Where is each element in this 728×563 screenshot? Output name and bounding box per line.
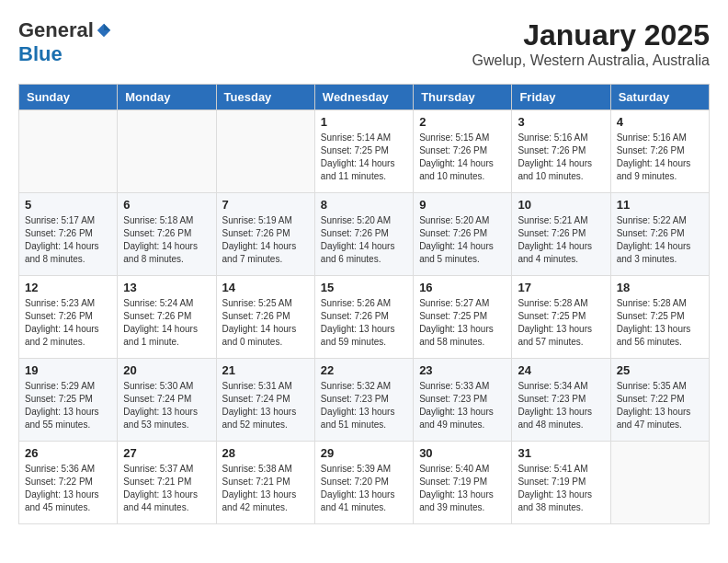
calendar-cell: 28Sunrise: 5:38 AMSunset: 7:21 PMDayligh… [216,442,314,524]
calendar-cell: 9Sunrise: 5:20 AMSunset: 7:26 PMDaylight… [414,193,512,276]
day-info: Sunrise: 5:15 AMSunset: 7:26 PMDaylight:… [419,132,506,183]
calendar-cell: 31Sunrise: 5:41 AMSunset: 7:19 PMDayligh… [512,442,610,524]
calendar-cell: 27Sunrise: 5:37 AMSunset: 7:21 PMDayligh… [118,442,216,524]
page-header: General Blue January 2025 Gwelup, Wester… [18,18,710,69]
day-info: Sunrise: 5:16 AMSunset: 7:26 PMDaylight:… [617,132,703,183]
calendar-cell: 23Sunrise: 5:33 AMSunset: 7:23 PMDayligh… [414,359,512,442]
calendar-cell: 19Sunrise: 5:29 AMSunset: 7:25 PMDayligh… [19,359,118,442]
day-number: 29 [321,446,407,460]
day-number: 2 [419,115,506,129]
day-info: Sunrise: 5:14 AMSunset: 7:25 PMDaylight:… [321,132,407,183]
calendar-cell: 13Sunrise: 5:24 AMSunset: 7:26 PMDayligh… [118,276,216,359]
page-title: January 2025 [472,18,711,52]
day-number: 26 [25,446,111,460]
day-info: Sunrise: 5:20 AMSunset: 7:26 PMDaylight:… [419,214,506,266]
day-info: Sunrise: 5:37 AMSunset: 7:21 PMDaylight:… [123,463,210,514]
calendar-header: SundayMondayTuesdayWednesdayThursdayFrid… [19,85,710,110]
day-info: Sunrise: 5:20 AMSunset: 7:26 PMDaylight:… [321,214,407,266]
calendar-cell: 2Sunrise: 5:15 AMSunset: 7:26 PMDaylight… [414,110,512,193]
day-info: Sunrise: 5:33 AMSunset: 7:23 PMDaylight:… [419,380,506,431]
calendar-cell: 29Sunrise: 5:39 AMSunset: 7:20 PMDayligh… [314,442,413,524]
header-thursday: Thursday [414,85,512,110]
day-number: 31 [518,446,604,460]
calendar-cell: 7Sunrise: 5:19 AMSunset: 7:26 PMDaylight… [216,193,314,276]
calendar-cell: 25Sunrise: 5:35 AMSunset: 7:22 PMDayligh… [610,359,709,442]
day-number: 25 [617,363,703,377]
day-number: 19 [25,363,111,377]
calendar-cell: 6Sunrise: 5:18 AMSunset: 7:26 PMDaylight… [118,193,216,276]
calendar-cell: 22Sunrise: 5:32 AMSunset: 7:23 PMDayligh… [314,359,413,442]
day-info: Sunrise: 5:36 AMSunset: 7:22 PMDaylight:… [25,463,111,514]
day-number: 8 [321,198,407,212]
calendar-cell: 10Sunrise: 5:21 AMSunset: 7:26 PMDayligh… [512,193,610,276]
day-number: 23 [419,363,506,377]
day-number: 5 [25,198,111,212]
calendar-cell: 20Sunrise: 5:30 AMSunset: 7:24 PMDayligh… [118,359,216,442]
day-number: 17 [518,281,604,294]
day-number: 30 [419,446,506,460]
calendar-cell: 1Sunrise: 5:14 AMSunset: 7:25 PMDaylight… [314,110,413,193]
week-row-3: 12Sunrise: 5:23 AMSunset: 7:26 PMDayligh… [19,276,710,359]
calendar-table: SundayMondayTuesdayWednesdayThursdayFrid… [18,84,710,524]
day-info: Sunrise: 5:40 AMSunset: 7:19 PMDaylight:… [419,463,506,514]
svg-marker-1 [104,24,110,30]
day-number: 10 [518,198,604,212]
day-info: Sunrise: 5:35 AMSunset: 7:22 PMDaylight:… [617,380,703,431]
day-number: 4 [617,115,703,129]
calendar-cell: 18Sunrise: 5:28 AMSunset: 7:25 PMDayligh… [610,276,709,359]
calendar-cell: 21Sunrise: 5:31 AMSunset: 7:24 PMDayligh… [216,359,314,442]
day-number: 28 [222,446,309,460]
week-row-1: 1Sunrise: 5:14 AMSunset: 7:25 PMDaylight… [19,110,710,193]
calendar-cell: 5Sunrise: 5:17 AMSunset: 7:26 PMDaylight… [19,193,118,276]
day-info: Sunrise: 5:16 AMSunset: 7:26 PMDaylight:… [518,132,604,183]
page-subtitle: Gwelup, Western Australia, Australia [472,52,711,69]
week-row-5: 26Sunrise: 5:36 AMSunset: 7:22 PMDayligh… [19,442,710,524]
header-saturday: Saturday [610,85,709,110]
logo: General Blue [18,18,112,66]
day-info: Sunrise: 5:22 AMSunset: 7:26 PMDaylight:… [617,214,703,266]
day-info: Sunrise: 5:25 AMSunset: 7:26 PMDaylight:… [222,297,309,349]
calendar-cell: 4Sunrise: 5:16 AMSunset: 7:26 PMDaylight… [610,110,709,193]
calendar-cell: 16Sunrise: 5:27 AMSunset: 7:25 PMDayligh… [414,276,512,359]
calendar-cell: 11Sunrise: 5:22 AMSunset: 7:26 PMDayligh… [610,193,709,276]
day-info: Sunrise: 5:26 AMSunset: 7:26 PMDaylight:… [321,297,407,349]
day-number: 18 [617,281,703,294]
header-wednesday: Wednesday [314,85,413,110]
day-info: Sunrise: 5:28 AMSunset: 7:25 PMDaylight:… [617,297,703,349]
calendar-cell: 30Sunrise: 5:40 AMSunset: 7:19 PMDayligh… [414,442,512,524]
calendar-cell: 26Sunrise: 5:36 AMSunset: 7:22 PMDayligh… [19,442,118,524]
calendar-cell [19,110,118,193]
day-number: 11 [617,198,703,212]
day-number: 16 [419,281,506,294]
day-number: 22 [321,363,407,377]
week-row-2: 5Sunrise: 5:17 AMSunset: 7:26 PMDaylight… [19,193,710,276]
day-number: 9 [419,198,506,212]
day-info: Sunrise: 5:24 AMSunset: 7:26 PMDaylight:… [123,297,210,349]
day-info: Sunrise: 5:19 AMSunset: 7:26 PMDaylight:… [222,214,309,266]
day-number: 13 [123,281,210,294]
calendar-cell: 12Sunrise: 5:23 AMSunset: 7:26 PMDayligh… [19,276,118,359]
day-info: Sunrise: 5:23 AMSunset: 7:26 PMDaylight:… [25,297,111,349]
day-info: Sunrise: 5:38 AMSunset: 7:21 PMDaylight:… [222,463,309,514]
day-info: Sunrise: 5:18 AMSunset: 7:26 PMDaylight:… [123,214,210,266]
day-info: Sunrise: 5:41 AMSunset: 7:19 PMDaylight:… [518,463,604,514]
calendar-cell: 17Sunrise: 5:28 AMSunset: 7:25 PMDayligh… [512,276,610,359]
day-number: 6 [123,198,210,212]
day-number: 12 [25,281,111,294]
header-tuesday: Tuesday [216,85,314,110]
day-number: 15 [321,281,407,294]
week-row-4: 19Sunrise: 5:29 AMSunset: 7:25 PMDayligh… [19,359,710,442]
day-number: 27 [123,446,210,460]
day-number: 3 [518,115,604,129]
calendar-body: 1Sunrise: 5:14 AMSunset: 7:25 PMDaylight… [19,110,710,524]
day-number: 20 [123,363,210,377]
day-headers-row: SundayMondayTuesdayWednesdayThursdayFrid… [19,85,710,110]
logo-blue-text: Blue [18,42,63,66]
day-number: 24 [518,363,604,377]
day-info: Sunrise: 5:34 AMSunset: 7:23 PMDaylight:… [518,380,604,431]
calendar-cell: 15Sunrise: 5:26 AMSunset: 7:26 PMDayligh… [314,276,413,359]
calendar-cell: 14Sunrise: 5:25 AMSunset: 7:26 PMDayligh… [216,276,314,359]
calendar-cell [216,110,314,193]
day-info: Sunrise: 5:30 AMSunset: 7:24 PMDaylight:… [123,380,210,431]
day-number: 21 [222,363,309,377]
